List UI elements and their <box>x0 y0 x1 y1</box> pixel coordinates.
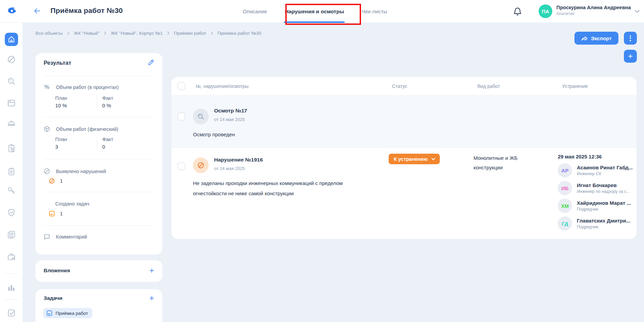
violations-count: 1 <box>49 178 63 184</box>
assignee-item[interactable]: ИБ Игнат Бочкарев Инженер по надзору за … <box>172 181 630 195</box>
resolution-date: 29 мая 2025 12:36 <box>558 154 634 159</box>
select-all-checkbox[interactable] <box>178 82 185 90</box>
assignee-avatar: ХМ <box>558 199 572 213</box>
hard-hat-icon <box>7 119 16 128</box>
metric-physical: Объем работ (физический) <box>43 125 118 133</box>
user-menu-chevron-down-icon[interactable] <box>635 10 640 13</box>
app-logo-eye-icon[interactable] <box>7 6 17 15</box>
sidebar-item-safety[interactable] <box>7 208 16 217</box>
column-header-number: №, нарушения/осмотры <box>196 77 249 95</box>
key-icon <box>7 186 16 195</box>
notifications-bell-icon[interactable] <box>513 7 522 16</box>
tasks-panel: Задачи + Приёмка работ <box>35 289 162 322</box>
plan-fact-block: План 10 % Факт 0 % <box>55 95 113 108</box>
assignee-avatar: АР <box>558 163 572 178</box>
metric-label: Объем работ (физический) <box>56 126 118 132</box>
assignee-name: Хайридинов Марат ... <box>577 200 631 206</box>
divider <box>44 159 154 159</box>
sidebar-item-violations[interactable] <box>7 55 16 64</box>
assignee-item[interactable]: АР Асаинов Ринат Габд... Инженер СК <box>172 163 633 178</box>
sidebar-item-inspections[interactable] <box>7 77 16 86</box>
breadcrumb-item-current[interactable]: Приёмка работ №30 <box>218 31 261 36</box>
chevron-right-icon <box>167 31 169 35</box>
briefcase-user-icon <box>7 252 16 262</box>
user-avatar[interactable]: ПА <box>539 4 552 18</box>
breadcrumb-item[interactable]: ЖК "Новый", Корпус №1 <box>111 31 163 36</box>
top-bar: Приёмка работ №30 Описание Нарушения и о… <box>0 0 644 23</box>
attachments-title: Вложения <box>44 267 70 274</box>
chevron-right-icon <box>211 31 213 35</box>
tab-description[interactable]: Описание <box>243 0 267 23</box>
breadcrumb-item[interactable]: Все объекты <box>35 31 63 36</box>
row-title: Осмотр №17 <box>214 108 247 114</box>
sidebar-item-documents[interactable] <box>7 230 16 239</box>
task-blue-icon <box>46 310 53 316</box>
breadcrumb-item[interactable]: ЖК "Новый" <box>74 31 100 36</box>
sidebar-item-analytics[interactable] <box>7 283 16 292</box>
add-task-button[interactable]: + <box>149 295 154 302</box>
column-header-worktype: Вид работ <box>477 77 500 95</box>
back-button[interactable] <box>33 6 42 15</box>
divider <box>44 225 154 226</box>
add-attachment-button[interactable]: + <box>149 267 154 274</box>
comment-bubble-icon <box>43 233 50 240</box>
breadcrumb-item[interactable]: Приёмки работ <box>174 31 206 36</box>
edit-pencil-icon[interactable] <box>147 59 154 66</box>
sidebar-item-projects[interactable] <box>7 98 16 108</box>
kebab-icon <box>630 34 631 42</box>
status-dropdown[interactable]: К устранению <box>389 154 440 164</box>
sidebar-item-contractors[interactable] <box>7 252 16 262</box>
counter-value: 1 <box>60 211 63 216</box>
plan-label: План <box>55 95 97 101</box>
prohibition-icon <box>43 168 50 175</box>
sidebar-item-access[interactable] <box>7 186 16 195</box>
percent-icon: % <box>43 84 50 91</box>
sidebar-item-acceptance[interactable] <box>7 144 16 153</box>
assignee-name: Асаинов Ринат Габд... <box>577 165 633 170</box>
table-row-violation[interactable]: Нарушение №1916 от 14 мая 2025 Не задела… <box>171 148 636 239</box>
export-button[interactable]: Экспорт <box>574 32 618 45</box>
task-chip-label: Приёмка работ <box>56 311 88 316</box>
window-card-icon <box>7 98 16 108</box>
table-row-inspection[interactable]: Осмотр №17 от 14 мая 2025 Осмотр проведе… <box>171 95 636 148</box>
assignee-name: Главатских Дмитри... <box>577 218 630 224</box>
sidebar-item-construction[interactable] <box>7 119 16 128</box>
more-actions-button[interactable] <box>624 32 637 45</box>
divider <box>44 76 154 76</box>
tab-checklists[interactable]: Чек-листы <box>362 0 387 23</box>
column-header-resolution: Устранение <box>562 77 588 95</box>
clipboard-check-icon <box>7 144 16 153</box>
sidebar-item-home[interactable] <box>5 33 18 46</box>
user-info[interactable]: Проскурина Алина Андреевна Аналитик <box>556 5 628 16</box>
breadcrumb: Все объекты ЖК "Новый" ЖК "Новый", Корпу… <box>35 31 261 36</box>
documents-icon <box>7 230 16 239</box>
divider <box>44 117 154 118</box>
fact-label: Факт <box>102 95 113 101</box>
assignee-item[interactable]: ХМ Хайридинов Марат ... Подрядчик <box>172 199 631 213</box>
status-label: К устранению <box>394 156 428 162</box>
task-orange-icon <box>49 211 55 217</box>
comment-row[interactable]: Комментарий <box>43 233 87 240</box>
chevron-down-icon <box>431 158 435 160</box>
tab-bar: Описание Нарушения и осмотры Чек-листы <box>243 0 387 23</box>
prohibition-icon <box>7 55 16 64</box>
sidebar-item-approvals[interactable] <box>7 308 16 318</box>
tab-violations-inspections[interactable]: Нарушения и осмотры <box>285 0 344 23</box>
assignee-item[interactable]: ГД Главатских Дмитри... Подрядчик <box>172 216 630 231</box>
fact-value: 0 <box>102 144 113 150</box>
assignee-role: Инженер СК <box>577 171 633 176</box>
row-checkbox[interactable] <box>178 113 185 120</box>
task-chip[interactable]: Приёмка работ <box>43 308 92 318</box>
chevron-right-icon <box>104 31 106 35</box>
comment-label: Комментарий <box>56 234 87 240</box>
sidebar-item-checklists[interactable] <box>7 167 16 176</box>
table-header: №, нарушения/осмотры Статус Вид работ Ус… <box>171 77 636 95</box>
plus-icon: + <box>628 52 633 60</box>
assignee-name: Игнат Бочкарев <box>577 182 630 188</box>
add-button[interactable]: + <box>624 50 637 63</box>
attachments-panel: Вложения + <box>35 260 162 282</box>
row-date: от 14 мая 2025 <box>214 117 245 122</box>
magnifier-icon <box>7 77 16 86</box>
divider <box>44 192 154 192</box>
assignee-role: Инженер по надзору за с... <box>577 189 630 194</box>
